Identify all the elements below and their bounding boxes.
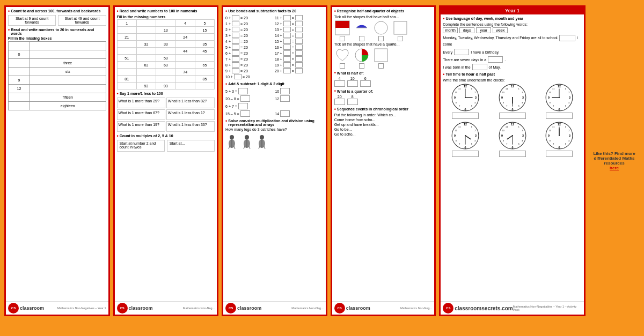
svg-line-8 — [244, 146, 245, 149]
table-cell-numeral: 9 — [8, 76, 30, 85]
bond-eq: 4 += 20 — [225, 39, 274, 44]
quarter-label: Tick all the shapes that have a quarte..… — [334, 42, 433, 46]
recognise-title-text: Recognise half and quarter of objects — [337, 9, 404, 13]
half-answer-box — [360, 80, 371, 87]
grid-cell: 65 — [195, 62, 214, 69]
word-box-year: year — [476, 27, 491, 33]
svg-point-1 — [230, 135, 234, 139]
bond-blank — [232, 44, 239, 50]
tick-box-6 — [359, 63, 364, 69]
grid-cell: 4 — [175, 20, 195, 27]
svg-text:2: 2 — [474, 92, 475, 94]
clock-1: 12 3 6 9 1 2 4 5 7 8 10 11 — [443, 83, 488, 119]
worksheet-card-4: • Recognise half and quarter of objects … — [331, 5, 436, 316]
quarter-of-label: • What is a quarter of: — [334, 89, 433, 94]
grid-cell — [175, 83, 195, 89]
grid-cell — [136, 27, 156, 34]
svg-text:6: 6 — [511, 146, 513, 149]
count-title-text: Count to and across 100, forwards and ba… — [11, 9, 100, 13]
add-sub-eq: 20 – 8 = — [225, 95, 274, 102]
grid-cell — [156, 76, 175, 83]
more-less-title-text: Say 1 more/1 less to 100 — [120, 92, 163, 95]
bonds-title-text: Use bonds and subtraction facts to 20 — [228, 9, 296, 13]
classroom-logo-5: CS — [443, 303, 453, 313]
section-multiplication: • Solve one-step multiplication and divi… — [225, 119, 324, 149]
promo-link[interactable]: here — [610, 166, 619, 170]
grid-cell — [156, 48, 175, 55]
svg-text:3: 3 — [522, 96, 524, 100]
clock-answer-2 — [499, 113, 526, 119]
bond-eq-r: 20 += — [275, 68, 324, 73]
bond-blank — [283, 44, 291, 50]
svg-text:10: 10 — [502, 92, 504, 94]
more-less-q4: What is 1 less than 1? — [166, 109, 215, 120]
svg-text:9: 9 — [454, 135, 456, 138]
svg-point-18 — [375, 21, 387, 34]
clock-answer-3 — [546, 113, 573, 119]
bond-blank — [295, 68, 303, 73]
bond-blank — [295, 21, 303, 26]
bond-eq: 0 += 20 — [225, 15, 274, 20]
footer-sub-5: Mathematics Non-Negotiables – Year 1 – A… — [513, 305, 582, 311]
svg-text:8: 8 — [502, 140, 503, 142]
arrays-question: How many legs do 3 ostriches have? — [225, 128, 324, 131]
clock-face-2: 12 3 6 9 1 2 4 5 7 8 10 11 — [498, 83, 527, 112]
svg-text:10: 10 — [549, 92, 551, 94]
quarter-answer-box — [347, 99, 358, 105]
table-row: fifteen — [8, 93, 106, 102]
grid-cell: 62 — [136, 62, 156, 69]
sequence-instruction: Put the following in order. Which co... — [334, 113, 433, 117]
square-icon — [392, 20, 408, 36]
svg-text:4: 4 — [522, 140, 523, 142]
svg-text:9: 9 — [501, 135, 503, 138]
bullet-time-title: • Tell time to hour & half past — [443, 72, 582, 77]
bullet-dot-c2-2: • — [117, 92, 119, 96]
svg-text:7: 7 — [553, 106, 554, 108]
card3-footer: CS classroom Mathematics Non-Neg... — [223, 301, 326, 315]
footer-sub-3: Mathematics Non-Neg... — [291, 307, 323, 310]
bond-blank — [283, 21, 291, 26]
shape-item-circle — [373, 20, 389, 41]
grid-cell — [117, 27, 136, 34]
bond-blank — [295, 56, 303, 62]
bond-blank — [295, 39, 303, 44]
svg-text:5: 5 — [471, 144, 472, 146]
bond-blank — [232, 68, 239, 73]
grid-cell: 92 — [136, 83, 156, 89]
promo-text: Like this? Find more differentiated Math… — [593, 151, 635, 170]
fill-missing-label: Fill in the missing boxes — [8, 36, 106, 40]
grid-cell — [175, 27, 195, 34]
count-boxes: Start at 9 and count forwards Start at 4… — [8, 15, 106, 26]
worksheet-card-1: • Count to and across 100, forwards and … — [4, 5, 110, 316]
sequence-item-3: Go to be... — [334, 127, 433, 132]
clock-face-1: 12 3 6 9 1 2 4 5 7 8 10 11 — [451, 83, 480, 112]
grid-cell — [195, 34, 214, 41]
table-row: 12 — [8, 85, 106, 93]
main-container: • Count to and across 100, forwards and … — [0, 0, 644, 336]
bullet-dot-1: • — [8, 9, 10, 14]
sequence-items: Come home from scho... Get up and have b… — [334, 117, 433, 137]
grid-cell: 85 — [195, 76, 214, 83]
sentence4-blank — [472, 64, 487, 70]
word-box-days: days — [459, 27, 474, 33]
add-sub-eq: 10 — [275, 88, 323, 94]
table-row: six — [8, 68, 106, 76]
footer-sub-2: Mathematics Non-Neg... — [183, 307, 215, 310]
grid-cell — [117, 62, 136, 69]
svg-text:5: 5 — [518, 144, 519, 146]
promo-text-span: Like this? Find more differentiated Math… — [593, 151, 635, 166]
svg-text:12: 12 — [511, 123, 514, 126]
clock-3: 12 3 6 9 1 2 4 5 7 8 10 11 — [537, 83, 582, 119]
circle-icon — [373, 20, 389, 36]
svg-text:4: 4 — [569, 140, 570, 142]
clock-answer-5 — [499, 151, 526, 157]
bond-blank — [232, 21, 239, 26]
svg-line-4 — [234, 146, 235, 149]
grid-cell — [195, 69, 214, 76]
bond-blank — [283, 68, 291, 73]
svg-text:9: 9 — [548, 135, 550, 138]
bullet-language-title: • Use language of day, week, month and y… — [443, 17, 582, 21]
svg-text:12: 12 — [464, 85, 467, 88]
card4-footer: CS classroom Mathematics Non-Neg... — [332, 301, 435, 315]
mult-title-text: Solve one-step multiplication and divisi… — [228, 119, 323, 126]
